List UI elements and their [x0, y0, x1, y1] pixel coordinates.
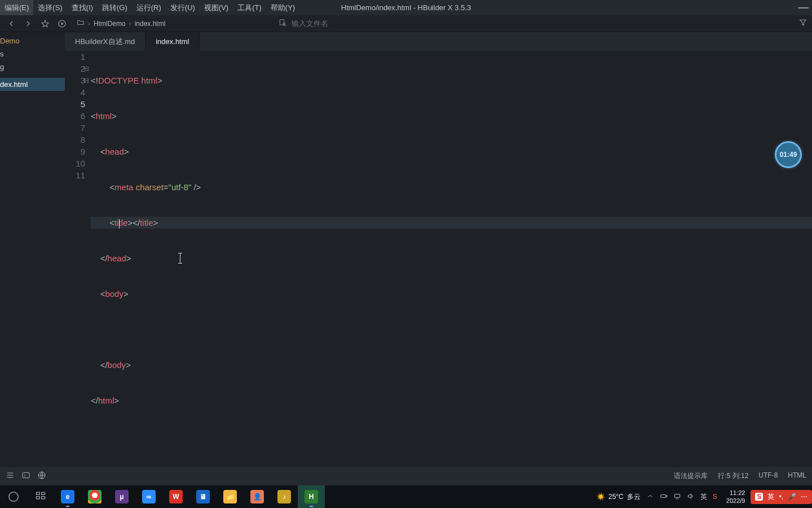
- tray-sogou-icon[interactable]: S: [713, 493, 717, 501]
- file-tree: Demo s g dex.html: [0, 32, 65, 467]
- tab-readme[interactable]: HBuilderX自述.md: [65, 32, 145, 51]
- nav-forward-button[interactable]: [21, 17, 35, 30]
- file-search-input[interactable]: [292, 19, 427, 28]
- svg-marker-22: [688, 493, 691, 498]
- start-button[interactable]: [0, 485, 27, 508]
- taskbar-app-4[interactable]: ♪: [271, 485, 298, 508]
- file-search-icon: [278, 18, 287, 29]
- toolbar: › HtmlDemo › index.html: [0, 15, 812, 32]
- tree-item-project[interactable]: Demo: [0, 34, 65, 47]
- ime-more-icon: ⋯: [801, 493, 807, 501]
- ime-mode-label: 英: [767, 492, 774, 502]
- tray-chevron-up-icon[interactable]: [646, 492, 654, 502]
- tray-battery-icon[interactable]: [660, 492, 668, 502]
- tree-item-index-html[interactable]: dex.html: [0, 78, 65, 91]
- svg-rect-11: [23, 472, 29, 478]
- status-language[interactable]: HTML: [788, 471, 806, 481]
- breadcrumb: › HtmlDemo › index.html: [77, 19, 165, 28]
- folder-icon: [77, 19, 85, 28]
- taskbar-app-1[interactable]: µ: [108, 485, 135, 508]
- nav-back-button[interactable]: [5, 17, 18, 30]
- taskbar-explorer[interactable]: 📁: [217, 485, 244, 508]
- menu-edit[interactable]: 编辑(E): [0, 0, 33, 15]
- ime-logo-icon: S: [755, 493, 763, 501]
- run-button[interactable]: [55, 17, 69, 30]
- svg-rect-15: [42, 492, 45, 494]
- task-view-button[interactable]: [27, 485, 54, 508]
- svg-marker-3: [61, 22, 64, 25]
- weather-text: 多云: [627, 492, 641, 502]
- favorite-button[interactable]: [38, 17, 52, 30]
- ime-floating-bar[interactable]: S 英 •, 🎤 ⋯: [751, 490, 812, 504]
- menu-run[interactable]: 运行(R): [132, 0, 166, 15]
- tray-volume-icon[interactable]: [687, 492, 695, 502]
- svg-rect-19: [666, 495, 667, 496]
- taskbar-edge[interactable]: e: [54, 485, 81, 508]
- svg-rect-4: [280, 19, 284, 24]
- status-bar: 语法提示库 行:5 列:12 UTF-8 HTML: [0, 467, 812, 485]
- breadcrumb-root[interactable]: HtmlDemo: [94, 20, 126, 28]
- tab-index-html[interactable]: index.html: [145, 32, 200, 51]
- svg-marker-7: [800, 20, 806, 25]
- svg-rect-20: [674, 494, 679, 497]
- ime-mic-icon: 🎤: [788, 493, 796, 501]
- taskbar-app-3[interactable]: 👤: [244, 485, 271, 508]
- svg-rect-18: [661, 494, 666, 497]
- fold-toggle-icon[interactable]: ⊟: [84, 75, 91, 86]
- taskbar-chrome[interactable]: [81, 485, 108, 508]
- menu-help[interactable]: 帮助(Y): [266, 0, 299, 15]
- window-minimize-button[interactable]: [795, 0, 812, 15]
- timer-bubble[interactable]: 01:49: [775, 141, 802, 168]
- weather-temp: 25°C: [608, 493, 624, 501]
- tree-item[interactable]: [0, 73, 65, 78]
- task-view-icon: [35, 490, 46, 503]
- editor-tabs: HBuilderX自述.md index.html: [65, 32, 812, 51]
- menu-select[interactable]: 选择(S): [33, 0, 67, 15]
- menu-view[interactable]: 视图(V): [200, 0, 233, 15]
- svg-rect-16: [37, 497, 40, 499]
- menu-goto[interactable]: 跳转(G): [98, 0, 132, 15]
- menu-find[interactable]: 查找(I): [67, 0, 98, 15]
- ibeam-cursor-icon: [180, 253, 180, 263]
- menu-publish[interactable]: 发行(U): [166, 0, 200, 15]
- cortana-icon: [7, 490, 20, 503]
- window-title: HtmlDemo/index.html - HBuilder X 3.5.3: [341, 0, 471, 15]
- line-number-gutter: 1 2 3 4 5 6 7 8 9 10 11: [65, 51, 91, 467]
- svg-line-6: [285, 25, 286, 26]
- fold-toggle-icon[interactable]: ⊟: [84, 63, 91, 75]
- menu-bar: 编辑(E) 选择(S) 查找(I) 跳转(G) 运行(R) 发行(U) 视图(V…: [0, 0, 812, 15]
- status-encoding[interactable]: UTF-8: [758, 471, 778, 481]
- terminal-icon[interactable]: [21, 471, 30, 481]
- clock-time: 11:22: [726, 489, 745, 497]
- status-syntax[interactable]: 语法提示库: [674, 471, 708, 481]
- code-editor[interactable]: 1 2 3 4 5 6 7 8 9 10 11 ⊟ ⊟ <!DOCTYPE ht…: [65, 51, 812, 467]
- svg-point-13: [9, 492, 19, 502]
- menu-tools[interactable]: 工具(T): [233, 0, 266, 15]
- ime-punct-icon: •,: [779, 493, 783, 501]
- filter-button[interactable]: [798, 18, 807, 29]
- fold-gutter[interactable]: ⊟ ⊟: [84, 51, 91, 86]
- svg-marker-1: [42, 20, 48, 27]
- tree-item[interactable]: s: [0, 47, 65, 60]
- taskbar-wps[interactable]: W: [162, 485, 189, 508]
- text-caret: [119, 219, 120, 229]
- taskbar-app-2[interactable]: ∞: [135, 485, 162, 508]
- tray-ime-icon[interactable]: 英: [700, 492, 707, 502]
- weather-widget[interactable]: ☀️ 25°C 多云: [597, 492, 641, 502]
- svg-rect-17: [42, 497, 45, 499]
- windows-taskbar: e µ ∞ W 🖥 📁 👤 ♪ H ☀️ 25°C 多云 英 S 11:22 2…: [0, 485, 812, 508]
- breadcrumb-file[interactable]: index.html: [135, 20, 166, 28]
- clock-date: 2022/9: [726, 497, 745, 505]
- code-content[interactable]: <!DOCTYPE html> <html> <head> <meta char…: [91, 51, 812, 466]
- taskbar-monitor[interactable]: 🖥: [189, 485, 217, 508]
- system-clock[interactable]: 11:22 2022/9: [723, 489, 745, 505]
- tray-network-icon[interactable]: [673, 492, 681, 502]
- taskbar-hbuilder[interactable]: H: [298, 485, 325, 508]
- svg-rect-14: [37, 492, 40, 494]
- status-position[interactable]: 行:5 列:12: [718, 471, 748, 481]
- browser-preview-icon[interactable]: [37, 471, 46, 481]
- tree-item[interactable]: g: [0, 60, 65, 73]
- outline-icon[interactable]: [6, 471, 15, 481]
- weather-icon: ☀️: [597, 493, 605, 501]
